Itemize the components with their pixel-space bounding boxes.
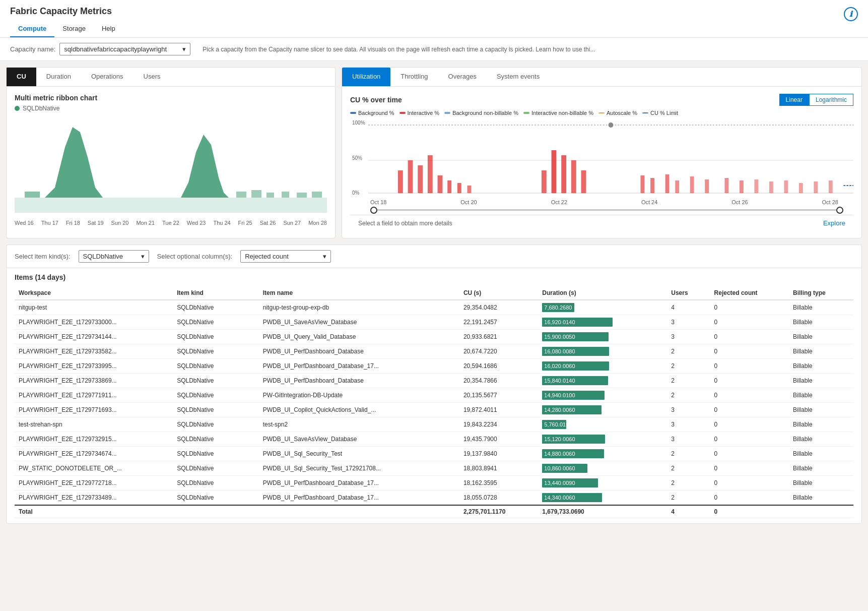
- filter-optional-col-select[interactable]: Rejected count ▾: [240, 250, 331, 263]
- legend-int-nonbillable-color: [523, 112, 529, 114]
- x-util-5: Oct 28: [822, 199, 838, 205]
- capacity-select-value: sqldbnativefabriccapacityplaywright: [64, 45, 167, 53]
- x-util-1: Oct 20: [460, 199, 477, 205]
- legend-dot: [15, 106, 20, 111]
- x-label-2: Fri 18: [66, 220, 80, 226]
- cell-cu-s: 19,843.2234: [459, 417, 538, 432]
- capacity-bar: Capacity name: sqldbnativefabriccapacity…: [0, 38, 868, 61]
- legend-background: Background %: [350, 110, 394, 116]
- util-chart-header: CU % over time Linear Logarithmic: [350, 94, 853, 106]
- cell-rejected: 0: [710, 476, 789, 491]
- cell-users: 3: [667, 403, 710, 417]
- svg-rect-21: [552, 150, 557, 193]
- cell-billing: Billable: [789, 315, 853, 330]
- svg-rect-31: [725, 178, 729, 193]
- cell-item-kind: SQLDbNative: [173, 300, 259, 315]
- legend-text: SQLDbNative: [23, 105, 59, 112]
- nav-compute[interactable]: Compute: [10, 21, 54, 37]
- cell-workspace: test-strehan-spn: [15, 417, 173, 432]
- legend-autoscale-label: Autoscale %: [607, 110, 637, 116]
- cell-workspace: PLAYWRIGHT_E2E_t1729732915...: [15, 432, 173, 447]
- duration-bar-text: 16,080.0080: [544, 348, 575, 354]
- util-chart-svg: [368, 120, 853, 196]
- capacity-select[interactable]: sqldbnativefabriccapacityplaywright ▾: [59, 43, 190, 55]
- x-label-4: Sun 20: [111, 220, 129, 226]
- x-label-6: Tue 22: [162, 220, 179, 226]
- chart-area: Multi metric ribbon chart SQLDbNative: [7, 87, 335, 233]
- col-users[interactable]: Users: [667, 286, 710, 300]
- capacity-hint: Pick a capacity from the Capacity name s…: [203, 46, 595, 53]
- svg-rect-22: [561, 155, 566, 193]
- tab-system-events[interactable]: System events: [487, 68, 550, 86]
- cell-users: 2: [667, 491, 710, 506]
- col-workspace[interactable]: Workspace: [15, 286, 173, 300]
- col-rejected[interactable]: Rejected count: [710, 286, 789, 300]
- tab-operations[interactable]: Operations: [81, 68, 133, 86]
- table-row: PLAYWRIGHT_E2E_t1729734144... SQLDbNativ…: [15, 330, 853, 344]
- cell-item-kind: SQLDbNative: [173, 491, 259, 506]
- tab-cu[interactable]: CU: [7, 68, 36, 86]
- cell-rejected: 0: [710, 491, 789, 506]
- x-util-4: Oct 26: [731, 199, 748, 205]
- col-item-name[interactable]: Item name: [259, 286, 459, 300]
- svg-rect-20: [542, 170, 547, 193]
- x-util-2: Oct 22: [551, 199, 567, 205]
- duration-bar-text: 14,280.0060: [544, 407, 575, 413]
- col-duration-s[interactable]: Duration (s): [538, 286, 667, 300]
- legend-bg-nonbillable: Background non-billable %: [444, 110, 518, 116]
- legend-background-color: [350, 112, 356, 114]
- svg-rect-1: [25, 192, 40, 198]
- slider-thumb-left[interactable]: [370, 207, 377, 214]
- cell-item-name: PWDB_UI_PerfDashboard_Database: [259, 344, 459, 359]
- cell-cu-s: 20,354.7866: [459, 374, 538, 388]
- legend-cu-limit-color: [642, 112, 648, 113]
- cell-billing: Billable: [789, 447, 853, 461]
- nav-storage[interactable]: Storage: [54, 21, 94, 37]
- x-label-1: Thu 17: [41, 220, 58, 226]
- explore-link[interactable]: Explore: [823, 219, 845, 227]
- cell-rejected: 0: [710, 432, 789, 447]
- cell-item-name: PWDB_UI_Sql_Security_Test_172921708...: [259, 461, 459, 476]
- cell-item-kind: SQLDbNative: [173, 476, 259, 491]
- slider-thumb-right[interactable]: [836, 207, 843, 214]
- tab-duration[interactable]: Duration: [36, 68, 81, 86]
- range-slider[interactable]: [350, 205, 853, 215]
- scale-log-btn[interactable]: Logarithmic: [809, 94, 853, 106]
- cell-rejected: 0: [710, 417, 789, 432]
- tab-overages[interactable]: Overages: [438, 68, 487, 86]
- left-panel: CU Duration Operations Users Multi metri…: [6, 67, 336, 238]
- x-label-12: Mon 28: [308, 220, 327, 226]
- filter-optional-col-value: Rejected count: [245, 253, 289, 260]
- util-x-labels: Oct 18 Oct 20 Oct 22 Oct 24 Oct 26 Oct 2…: [350, 197, 853, 205]
- cell-item-name: PWDB_UI_Copilot_QuickActions_Valid_...: [259, 403, 459, 417]
- tab-throttling[interactable]: Throttling: [390, 68, 438, 86]
- info-icon[interactable]: ℹ: [844, 7, 858, 21]
- col-billing[interactable]: Billing type: [789, 286, 853, 300]
- x-util-0: Oct 18: [370, 199, 386, 205]
- cell-item-name: PWDB_UI_PerfDashboard_Database_17...: [259, 359, 459, 374]
- table-row: PW_STATIC_DONOTDELETE_OR_... SQLDbNative…: [15, 461, 853, 476]
- metric-tabs: CU Duration Operations Users: [7, 68, 335, 87]
- scale-linear-btn[interactable]: Linear: [779, 94, 809, 106]
- cell-billing: Billable: [789, 374, 853, 388]
- cell-workspace: PLAYWRIGHT_E2E_t1729734144...: [15, 330, 173, 344]
- tab-users[interactable]: Users: [133, 68, 171, 86]
- slider-track[interactable]: [370, 209, 843, 211]
- filter-item-kind-select[interactable]: SQLDbNative ▾: [79, 250, 149, 263]
- y-label-100: 100%: [352, 120, 366, 126]
- col-cu-s[interactable]: CU (s): [459, 286, 538, 300]
- cell-item-kind: SQLDbNative: [173, 447, 259, 461]
- cell-duration-s: 14,280.0060: [538, 403, 667, 417]
- x-label-9: Fri 25: [238, 220, 252, 226]
- cell-duration-s: 16,080.0080: [538, 344, 667, 359]
- cell-users: 2: [667, 447, 710, 461]
- svg-rect-23: [571, 160, 576, 193]
- tab-utilization[interactable]: Utilization: [342, 68, 390, 86]
- cell-workspace: PLAYWRIGHT_E2E_t1729772718...: [15, 476, 173, 491]
- nav-help[interactable]: Help: [94, 21, 123, 37]
- duration-bar-text: 14,340.0060: [544, 495, 575, 501]
- cell-item-name: PWDB_UI_Sql_Security_Test: [259, 447, 459, 461]
- cell-workspace: PLAYWRIGHT_E2E_t1729733869...: [15, 374, 173, 388]
- col-item-kind[interactable]: Item kind: [173, 286, 259, 300]
- table-section: Items (14 days) Workspace Item kind Item…: [7, 268, 861, 523]
